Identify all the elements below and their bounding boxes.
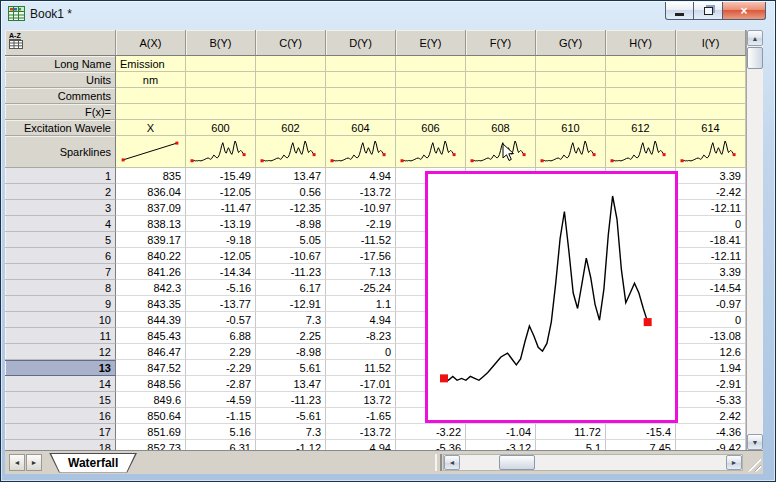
sparkline-cell-E[interactable]	[396, 136, 466, 168]
header-cell-B[interactable]	[186, 88, 256, 104]
header-cell-A[interactable]: Emission	[116, 56, 186, 72]
cell-C-18[interactable]: -1.12	[256, 440, 326, 450]
cell-A-5[interactable]: 839.17	[116, 232, 186, 248]
header-cell-I[interactable]	[676, 104, 746, 120]
cell-C-11[interactable]: 2.25	[256, 328, 326, 344]
cell-A-4[interactable]: 838.13	[116, 216, 186, 232]
cell-D-4[interactable]: -2.19	[326, 216, 396, 232]
header-cell-A[interactable]: nm	[116, 72, 186, 88]
row-header-11[interactable]: 11	[5, 328, 116, 344]
header-cell-D[interactable]	[326, 88, 396, 104]
cell-A-12[interactable]: 846.47	[116, 344, 186, 360]
cell-B-5[interactable]: -9.18	[186, 232, 256, 248]
cell-I-14[interactable]: -2.91	[676, 376, 746, 392]
cell-I-1[interactable]: 3.39	[676, 168, 746, 184]
cell-I-15[interactable]: -5.33	[676, 392, 746, 408]
cell-B-15[interactable]: -4.59	[186, 392, 256, 408]
sparkline-cell-A[interactable]	[116, 136, 186, 168]
header-cell-F[interactable]	[466, 104, 536, 120]
cell-B-8[interactable]: -5.16	[186, 280, 256, 296]
cell-B-7[interactable]: -14.34	[186, 264, 256, 280]
scroll-up-button[interactable]: ▲	[747, 30, 763, 46]
cell-B-11[interactable]: 6.88	[186, 328, 256, 344]
cell-B-4[interactable]: -13.19	[186, 216, 256, 232]
row-label[interactable]: Long Name	[5, 56, 116, 72]
cell-H-18[interactable]: 7.45	[606, 440, 676, 450]
cell-I-4[interactable]: 0	[676, 216, 746, 232]
header-cell-B[interactable]	[186, 104, 256, 120]
cell-C-2[interactable]: 0.56	[256, 184, 326, 200]
row-header-3[interactable]: 3	[5, 200, 116, 216]
cell-C-5[interactable]: 5.05	[256, 232, 326, 248]
header-cell-C[interactable]	[256, 104, 326, 120]
cell-C-15[interactable]: -11.23	[256, 392, 326, 408]
vertical-scrollbar-thumb[interactable]	[747, 47, 763, 69]
cell-I-2[interactable]: -2.42	[676, 184, 746, 200]
cell-C-8[interactable]: 6.17	[256, 280, 326, 296]
header-cell-B[interactable]	[186, 72, 256, 88]
header-cell-C[interactable]: 602	[256, 120, 326, 136]
header-cell-F[interactable]: 608	[466, 120, 536, 136]
column-header-F[interactable]: F(Y)	[466, 30, 536, 56]
row-label[interactable]: Units	[5, 72, 116, 88]
header-cell-F[interactable]	[466, 56, 536, 72]
cell-H-17[interactable]: -15.4	[606, 424, 676, 440]
cell-D-7[interactable]: 7.13	[326, 264, 396, 280]
cell-I-16[interactable]: 2.42	[676, 408, 746, 424]
cell-A-13[interactable]: 847.52	[116, 360, 186, 376]
row-header-13[interactable]: 13	[5, 360, 116, 376]
cell-B-18[interactable]: 6.31	[186, 440, 256, 450]
cell-B-2[interactable]: -12.05	[186, 184, 256, 200]
tab-prev-button[interactable]: ◄	[9, 454, 25, 471]
sparkline-cell-D[interactable]	[326, 136, 396, 168]
row-header-6[interactable]: 6	[5, 248, 116, 264]
cell-I-9[interactable]: -0.97	[676, 296, 746, 312]
row-header-2[interactable]: 2	[5, 184, 116, 200]
cell-F-18[interactable]: -3.12	[466, 440, 536, 450]
header-cell-F[interactable]	[466, 72, 536, 88]
cell-A-18[interactable]: 852.73	[116, 440, 186, 450]
cell-A-14[interactable]: 848.56	[116, 376, 186, 392]
sparkline-cell-B[interactable]	[186, 136, 256, 168]
scroll-down-button[interactable]: ▼	[747, 434, 763, 450]
cell-A-11[interactable]: 845.43	[116, 328, 186, 344]
horizontal-scrollbar-thumb[interactable]	[499, 455, 535, 470]
cell-D-8[interactable]: -25.24	[326, 280, 396, 296]
cell-D-6[interactable]: -17.56	[326, 248, 396, 264]
row-header-12[interactable]: 12	[5, 344, 116, 360]
header-cell-E[interactable]	[396, 72, 466, 88]
cell-A-17[interactable]: 851.69	[116, 424, 186, 440]
header-cell-I[interactable]	[676, 72, 746, 88]
cell-I-3[interactable]: -12.11	[676, 200, 746, 216]
row-header-14[interactable]: 14	[5, 376, 116, 392]
column-header-H[interactable]: H(Y)	[606, 30, 676, 56]
cell-I-5[interactable]: -18.41	[676, 232, 746, 248]
header-cell-G[interactable]	[536, 56, 606, 72]
cell-A-6[interactable]: 840.22	[116, 248, 186, 264]
row-label[interactable]: Excitation Wavele	[5, 120, 116, 136]
cell-A-1[interactable]: 835	[116, 168, 186, 184]
cell-I-17[interactable]: -4.36	[676, 424, 746, 440]
cell-C-1[interactable]: 13.47	[256, 168, 326, 184]
header-cell-E[interactable]	[396, 88, 466, 104]
cell-A-9[interactable]: 843.35	[116, 296, 186, 312]
cell-C-12[interactable]: -8.98	[256, 344, 326, 360]
cell-D-2[interactable]: -13.72	[326, 184, 396, 200]
row-header-15[interactable]: 15	[5, 392, 116, 408]
cell-B-10[interactable]: -0.57	[186, 312, 256, 328]
cell-B-6[interactable]: -12.05	[186, 248, 256, 264]
header-cell-E[interactable]: 606	[396, 120, 466, 136]
column-header-I[interactable]: I(Y)	[676, 30, 746, 56]
cell-C-7[interactable]: -11.23	[256, 264, 326, 280]
cell-C-16[interactable]: -5.61	[256, 408, 326, 424]
header-cell-H[interactable]: 612	[606, 120, 676, 136]
cell-B-9[interactable]: -13.77	[186, 296, 256, 312]
cell-I-18[interactable]: -9.42	[676, 440, 746, 450]
header-cell-B[interactable]	[186, 56, 256, 72]
cell-B-12[interactable]: 2.29	[186, 344, 256, 360]
header-cell-A[interactable]	[116, 88, 186, 104]
title-bar[interactable]: Book1 *	[1, 1, 775, 26]
cell-D-13[interactable]: 11.52	[326, 360, 396, 376]
row-label[interactable]: Comments	[5, 88, 116, 104]
header-cell-C[interactable]	[256, 56, 326, 72]
